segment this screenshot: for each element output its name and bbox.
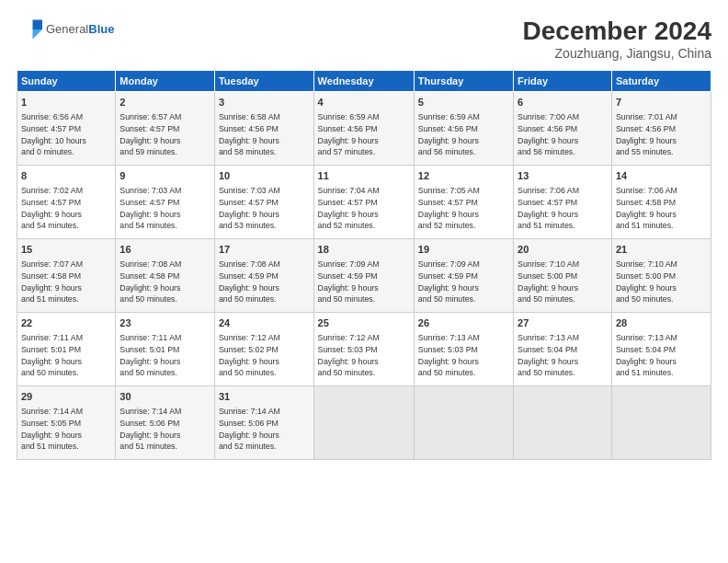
calendar-cell: 4Sunrise: 6:59 AM Sunset: 4:56 PM Daylig…: [313, 92, 414, 166]
day-number: 14: [616, 169, 707, 183]
day-number: 30: [119, 390, 210, 404]
day-number: 3: [219, 96, 310, 109]
day-number: 1: [21, 96, 111, 109]
day-info: Sunrise: 7:14 AM Sunset: 5:05 PM Dayligh…: [21, 407, 83, 452]
day-number: 31: [219, 390, 310, 404]
calendar-cell: 31Sunrise: 7:14 AM Sunset: 5:06 PM Dayli…: [214, 386, 313, 460]
calendar-row-5: 29Sunrise: 7:14 AM Sunset: 5:05 PM Dayli…: [17, 386, 711, 460]
day-number: 8: [21, 169, 111, 183]
day-number: 4: [318, 96, 410, 109]
day-number: 16: [119, 243, 210, 257]
day-info: Sunrise: 7:00 AM Sunset: 4:56 PM Dayligh…: [518, 112, 579, 157]
day-info: Sunrise: 7:10 AM Sunset: 5:00 PM Dayligh…: [518, 259, 579, 304]
calendar-header-row: Sunday Monday Tuesday Wednesday Thursday…: [17, 71, 711, 92]
calendar-cell: [514, 386, 612, 460]
col-friday: Friday: [514, 71, 612, 92]
day-info: Sunrise: 7:08 AM Sunset: 4:59 PM Dayligh…: [219, 259, 280, 304]
day-info: Sunrise: 7:14 AM Sunset: 5:06 PM Dayligh…: [219, 407, 280, 452]
day-info: Sunrise: 7:05 AM Sunset: 4:57 PM Dayligh…: [418, 186, 480, 231]
calendar-subtitle: Zouzhuang, Jiangsu, China: [523, 46, 711, 61]
calendar-cell: 15Sunrise: 7:07 AM Sunset: 4:58 PM Dayli…: [17, 239, 116, 313]
day-number: 20: [518, 243, 608, 257]
calendar-cell: 23Sunrise: 7:11 AM Sunset: 5:01 PM Dayli…: [116, 313, 215, 386]
day-info: Sunrise: 7:14 AM Sunset: 5:06 PM Dayligh…: [119, 407, 181, 452]
day-number: 21: [616, 243, 707, 257]
day-info: Sunrise: 7:06 AM Sunset: 4:58 PM Dayligh…: [616, 186, 677, 231]
day-info: Sunrise: 7:09 AM Sunset: 4:59 PM Dayligh…: [418, 259, 480, 304]
day-info: Sunrise: 6:58 AM Sunset: 4:56 PM Dayligh…: [219, 112, 280, 157]
day-number: 29: [21, 390, 111, 404]
calendar-cell: 22Sunrise: 7:11 AM Sunset: 5:01 PM Dayli…: [17, 313, 116, 386]
logo-blue: Blue: [88, 22, 114, 36]
calendar-cell: 14Sunrise: 7:06 AM Sunset: 4:58 PM Dayli…: [611, 166, 711, 239]
calendar-cell: [611, 386, 711, 460]
calendar-cell: 3Sunrise: 6:58 AM Sunset: 4:56 PM Daylig…: [214, 92, 313, 166]
day-number: 6: [518, 96, 608, 109]
logo-general: General: [46, 22, 88, 36]
day-number: 9: [119, 169, 210, 183]
calendar-cell: 21Sunrise: 7:10 AM Sunset: 5:00 PM Dayli…: [611, 239, 711, 313]
day-number: 15: [21, 243, 111, 257]
day-info: Sunrise: 7:12 AM Sunset: 5:03 PM Dayligh…: [318, 333, 380, 378]
day-info: Sunrise: 7:04 AM Sunset: 4:57 PM Dayligh…: [318, 186, 380, 231]
calendar-cell: 28Sunrise: 7:13 AM Sunset: 5:04 PM Dayli…: [611, 313, 711, 386]
calendar-cell: 11Sunrise: 7:04 AM Sunset: 4:57 PM Dayli…: [313, 166, 414, 239]
day-number: 18: [318, 243, 410, 257]
day-info: Sunrise: 7:07 AM Sunset: 4:58 PM Dayligh…: [21, 259, 83, 304]
calendar-row-2: 8Sunrise: 7:02 AM Sunset: 4:57 PM Daylig…: [17, 166, 711, 239]
calendar-cell: 30Sunrise: 7:14 AM Sunset: 5:06 PM Dayli…: [116, 386, 215, 460]
day-number: 7: [616, 96, 707, 109]
day-number: 2: [119, 96, 210, 109]
calendar-cell: [313, 386, 414, 460]
col-tuesday: Tuesday: [214, 71, 313, 92]
calendar-table: Sunday Monday Tuesday Wednesday Thursday…: [17, 70, 711, 460]
calendar-cell: 9Sunrise: 7:03 AM Sunset: 4:57 PM Daylig…: [116, 166, 215, 239]
day-info: Sunrise: 7:09 AM Sunset: 4:59 PM Dayligh…: [318, 259, 380, 304]
header: GeneralBlue December 2024 Zouzhuang, Jia…: [17, 17, 711, 61]
day-number: 25: [318, 316, 410, 330]
day-number: 22: [21, 316, 111, 330]
col-monday: Monday: [116, 71, 215, 92]
svg-marker-1: [33, 29, 43, 40]
calendar-cell: 13Sunrise: 7:06 AM Sunset: 4:57 PM Dayli…: [514, 166, 612, 239]
day-info: Sunrise: 7:03 AM Sunset: 4:57 PM Dayligh…: [119, 186, 181, 231]
day-number: 11: [318, 169, 410, 183]
calendar-cell: 6Sunrise: 7:00 AM Sunset: 4:56 PM Daylig…: [514, 92, 612, 166]
day-number: 28: [616, 316, 707, 330]
col-wednesday: Wednesday: [313, 71, 414, 92]
day-number: 23: [119, 316, 210, 330]
day-info: Sunrise: 6:56 AM Sunset: 4:57 PM Dayligh…: [21, 112, 86, 157]
day-number: 12: [418, 169, 509, 183]
day-number: 26: [418, 316, 509, 330]
day-number: 10: [219, 169, 310, 183]
col-saturday: Saturday: [611, 71, 711, 92]
calendar-cell: 7Sunrise: 7:01 AM Sunset: 4:56 PM Daylig…: [611, 92, 711, 166]
calendar-cell: 26Sunrise: 7:13 AM Sunset: 5:03 PM Dayli…: [414, 313, 513, 386]
col-sunday: Sunday: [17, 71, 116, 92]
logo-icon: [17, 17, 42, 42]
col-thursday: Thursday: [414, 71, 513, 92]
calendar-cell: 12Sunrise: 7:05 AM Sunset: 4:57 PM Dayli…: [414, 166, 513, 239]
calendar-cell: 25Sunrise: 7:12 AM Sunset: 5:03 PM Dayli…: [313, 313, 414, 386]
calendar-cell: 16Sunrise: 7:08 AM Sunset: 4:58 PM Dayli…: [116, 239, 215, 313]
day-info: Sunrise: 7:13 AM Sunset: 5:04 PM Dayligh…: [518, 333, 579, 378]
calendar-cell: 29Sunrise: 7:14 AM Sunset: 5:05 PM Dayli…: [17, 386, 116, 460]
day-info: Sunrise: 7:13 AM Sunset: 5:03 PM Dayligh…: [418, 333, 480, 378]
day-info: Sunrise: 6:59 AM Sunset: 4:56 PM Dayligh…: [318, 112, 380, 157]
calendar-title: December 2024: [523, 17, 711, 46]
calendar-cell: 19Sunrise: 7:09 AM Sunset: 4:59 PM Dayli…: [414, 239, 513, 313]
day-info: Sunrise: 7:10 AM Sunset: 5:00 PM Dayligh…: [616, 259, 677, 304]
day-info: Sunrise: 7:03 AM Sunset: 4:57 PM Dayligh…: [219, 186, 280, 231]
day-info: Sunrise: 7:02 AM Sunset: 4:57 PM Dayligh…: [21, 186, 83, 231]
calendar-row-1: 1Sunrise: 6:56 AM Sunset: 4:57 PM Daylig…: [17, 92, 711, 166]
calendar-cell: 10Sunrise: 7:03 AM Sunset: 4:57 PM Dayli…: [214, 166, 313, 239]
day-number: 19: [418, 243, 509, 257]
calendar-cell: 27Sunrise: 7:13 AM Sunset: 5:04 PM Dayli…: [514, 313, 612, 386]
calendar-cell: 5Sunrise: 6:59 AM Sunset: 4:56 PM Daylig…: [414, 92, 513, 166]
day-number: 17: [219, 243, 310, 257]
calendar-cell: [414, 386, 513, 460]
page: GeneralBlue December 2024 Zouzhuang, Jia…: [0, 0, 728, 563]
day-number: 5: [418, 96, 509, 109]
day-number: 13: [518, 169, 608, 183]
calendar-row-3: 15Sunrise: 7:07 AM Sunset: 4:58 PM Dayli…: [17, 239, 711, 313]
